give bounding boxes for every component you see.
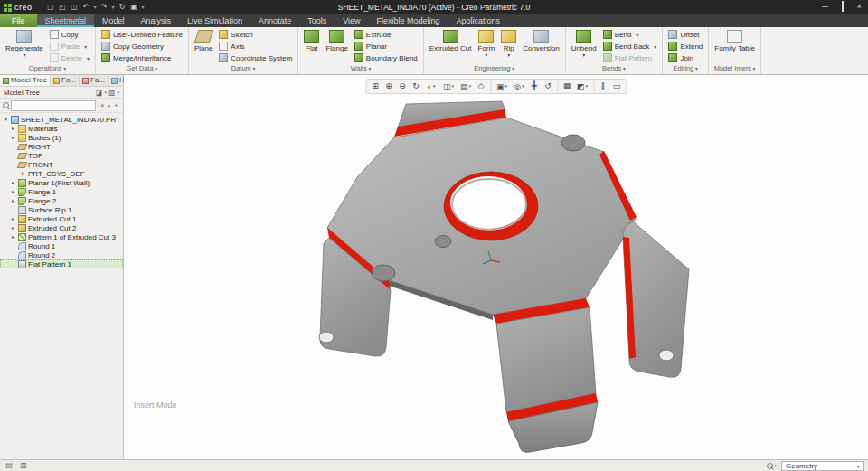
tab-live-simulation[interactable]: Live Simulation [179, 14, 250, 27]
tab-analysis[interactable]: Analysis [133, 14, 180, 27]
tree-item-extruded-cut-1[interactable]: Extruded Cut 1 [0, 214, 123, 223]
tree-item-csys[interactable]: PRT_CSYS_DEF [0, 169, 123, 178]
expander-icon[interactable] [10, 187, 16, 196]
rip-caret-icon[interactable]: ▾ [507, 53, 510, 58]
form-button[interactable]: Form ▾ [476, 29, 496, 59]
expander-icon[interactable] [10, 232, 16, 241]
tree-item-pattern-1[interactable]: Pattern 1 of Extruded Cut 3 [0, 232, 123, 241]
group-label-engineering[interactable]: Engineering [424, 64, 565, 74]
regenerate-qat-icon[interactable]: ↻ [117, 0, 128, 14]
group-label-bends[interactable]: Bends [566, 64, 663, 74]
flange-wall-button[interactable]: Flange [324, 29, 349, 54]
group-label-walls[interactable]: Walls [298, 64, 422, 74]
tab-sheetmetal[interactable]: Sheetmetal [37, 14, 95, 27]
expander-icon[interactable] [10, 133, 16, 142]
perspective-button[interactable]: ◇ [475, 80, 487, 92]
unbend-button[interactable]: Unbend ▾ [570, 29, 599, 59]
tree-item-front-plane[interactable]: FRONT [0, 160, 123, 169]
group-label-get-data[interactable]: Get Data [96, 64, 188, 74]
paste-button[interactable]: Paste [48, 41, 91, 52]
tab-tools[interactable]: Tools [299, 14, 335, 27]
right-flange-hole[interactable] [659, 350, 674, 361]
tree-settings-icon[interactable]: ◪ [94, 87, 105, 99]
tree-item-materials[interactable]: Materials [0, 124, 123, 133]
tree-item-surface-rip-1[interactable]: Surface Rip 1 [0, 205, 123, 214]
view-manager-button[interactable]: ▦ [561, 80, 573, 92]
navigator-tab-model-tree[interactable]: Model Tree [0, 75, 51, 86]
restore-button[interactable] [834, 0, 851, 14]
extruded-cut-button[interactable]: Extruded Cut [428, 29, 474, 54]
delete-button[interactable]: Delete [48, 52, 91, 63]
tab-annotate[interactable]: Annotate [250, 14, 299, 27]
extrude-button[interactable]: Extrude [353, 29, 420, 40]
zoom-in-button[interactable]: ⊕ [382, 80, 395, 92]
expander-icon[interactable] [10, 124, 16, 133]
graphics-area[interactable]: ⊞ ⊕ ⊖ ↻ ◐ ◫ ▤ ◇ ▣ ◎ ╋ ↺ ▦ ◩ ∥ ▭ Insert [124, 75, 868, 459]
coordinate-system-button[interactable]: Coordinate System [217, 52, 294, 63]
undo-icon[interactable]: ↶ [80, 0, 92, 14]
tree-item-round-2[interactable]: Round 2 [0, 250, 123, 259]
render-style-button[interactable]: ◩ [574, 80, 590, 92]
plate-hole[interactable] [435, 236, 451, 248]
filter-clear-icon[interactable]: × [98, 101, 106, 109]
expander-icon[interactable] [3, 115, 9, 124]
left-flange-hole[interactable] [319, 332, 334, 343]
navigator-toggle-icon[interactable]: ▤ [4, 460, 14, 471]
bend-button[interactable]: Bend [601, 29, 659, 40]
repaint-button[interactable]: ↻ [410, 80, 422, 92]
find-button[interactable]: ▾ [767, 463, 777, 469]
pause-button[interactable]: ∥ [597, 80, 609, 92]
copy-geometry-button[interactable]: Copy Geometry [99, 41, 184, 52]
tree-item-flange-2[interactable]: Flange 2 [0, 196, 123, 205]
group-label-model-intent[interactable]: Model Intent [709, 64, 760, 74]
filter-add-icon[interactable]: + [112, 101, 120, 109]
minimize-button[interactable]: ─ [816, 0, 834, 14]
axis-button[interactable]: Axis [217, 41, 294, 52]
navigator-tab-favorites[interactable]: Fa... [80, 75, 108, 86]
shading-style-button[interactable]: ◐ [423, 80, 439, 92]
extend-button[interactable]: Extend [666, 41, 704, 52]
expander-icon[interactable] [10, 196, 16, 205]
group-label-editing[interactable]: Editing [663, 64, 708, 74]
conversion-button[interactable]: Conversion [521, 29, 561, 54]
new-file-icon[interactable]: ▢ [45, 0, 57, 14]
refit-button[interactable]: ⊞ [369, 80, 382, 92]
navigator-tab-folder-browser[interactable]: Fo... [51, 75, 80, 86]
tree-item-flange-1[interactable]: Flange 1 [0, 187, 123, 196]
tree-item-right-plane[interactable]: RIGHT [0, 142, 123, 151]
tab-applications[interactable]: Applications [448, 14, 509, 27]
group-label-operations[interactable]: Operations [0, 64, 95, 74]
tab-flexible-modeling[interactable]: Flexible Modeling [369, 14, 448, 27]
tree-filter-input[interactable] [11, 100, 96, 111]
user-defined-feature-button[interactable]: User-Defined Feature [99, 29, 184, 40]
family-table-button[interactable]: Family Table [712, 29, 757, 54]
tree-item-extruded-cut-2[interactable]: Extruded Cut 2 [0, 223, 123, 232]
windows-icon[interactable]: ▣ [128, 0, 140, 14]
regenerate-button[interactable]: Regenerate ▾ [4, 29, 45, 59]
tab-model[interactable]: Model [94, 14, 133, 27]
expander-icon[interactable] [10, 214, 16, 223]
tree-columns-icon[interactable]: ▥ [107, 87, 118, 99]
customize-qat-caret-icon[interactable]: ▾ [140, 0, 146, 14]
open-file-icon[interactable]: ◰ [57, 0, 69, 14]
more-tools-button[interactable]: ▭ [610, 80, 623, 92]
redo-icon[interactable]: ↷ [99, 0, 110, 14]
plate-hole[interactable] [372, 265, 395, 281]
flat-pattern-button[interactable]: Flat Pattern [601, 52, 659, 63]
selection-filter-dropdown[interactable]: Geometry [781, 461, 864, 471]
join-button[interactable]: Join [666, 52, 704, 63]
unbend-caret-icon[interactable]: ▾ [582, 53, 585, 58]
tree-item-flat-pattern-1[interactable]: Flat Pattern 1 [0, 259, 123, 268]
bend-back-button[interactable]: Bend Back [601, 41, 659, 52]
tree-item-bodies[interactable]: Bodies (1) [0, 133, 123, 142]
copy-button[interactable]: Copy [48, 29, 91, 40]
redo-caret-icon[interactable]: ▾ [110, 0, 117, 14]
tree-item-root[interactable]: SHEET_METAL_INDIA70.PRT [0, 115, 123, 124]
planar-button[interactable]: Planar [353, 41, 420, 52]
sheet-metal-part[interactable] [319, 101, 689, 452]
form-caret-icon[interactable]: ▾ [485, 53, 487, 58]
offset-button[interactable]: Offset [666, 29, 704, 40]
tab-file[interactable]: File [0, 14, 37, 27]
zoom-out-button[interactable]: ⊖ [396, 80, 409, 92]
tree-item-round-1[interactable]: Round 1 [0, 241, 123, 250]
